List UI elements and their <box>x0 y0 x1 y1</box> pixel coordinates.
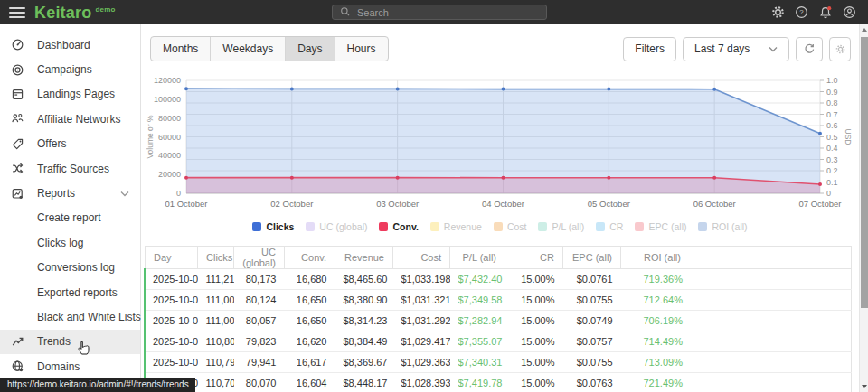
svg-text:60000: 60000 <box>158 133 181 142</box>
profile-avatar-icon[interactable] <box>843 5 856 19</box>
scrollbar-thumb[interactable] <box>861 37 868 308</box>
table-cell: 719.36% <box>621 269 852 290</box>
affiliates-icon <box>11 112 25 126</box>
table-cell: $8,380.90 <box>335 290 393 311</box>
main-scrollbar[interactable] <box>859 24 868 392</box>
search-input[interactable]: Search <box>332 5 547 20</box>
legend-item-epc-all[interactable]: EPC (all) <box>635 221 686 232</box>
svg-text:0: 0 <box>176 189 181 198</box>
sidebar-item-affiliate-networks[interactable]: Affiliate Networks <box>0 107 140 131</box>
trends-chart[interactable]: 02000040000600008000010000012000000.10.2… <box>144 68 859 216</box>
sidebar-item-label: Campaigns <box>37 63 92 76</box>
table-row[interactable]: 2025-10-01111,2180,17316,680$8,465.60$1,… <box>146 269 852 290</box>
table-cell: 721.49% <box>621 373 852 392</box>
table-cell: $8,314.23 <box>335 311 393 331</box>
svg-text:0.6: 0.6 <box>826 121 838 130</box>
table-row[interactable]: 2025-10-02111,0080,12416,650$8,380.90$1,… <box>146 290 852 311</box>
table-cell: 80,070 <box>234 373 285 392</box>
table-row[interactable]: 2025-10-06110,7080,07016,604$8,448.17$1,… <box>146 373 852 392</box>
column-header-uc-global[interactable]: UC (global) <box>234 247 285 269</box>
svg-text:05 October: 05 October <box>588 199 630 209</box>
table-cell: 713.09% <box>621 352 852 373</box>
svg-text:40000: 40000 <box>158 151 181 160</box>
sidebar-item-offers[interactable]: Offers <box>0 132 140 156</box>
legend-item-roi-all[interactable]: ROI (all) <box>698 221 747 232</box>
sidebar-item-create-report[interactable]: Create report <box>0 206 140 230</box>
table-row[interactable]: 2025-10-04110,8079,82316,620$8,384.49$1,… <box>146 331 852 352</box>
sidebar-item-exported-reports[interactable]: Exported reports <box>0 280 140 304</box>
menu-icon[interactable] <box>9 5 25 21</box>
campaigns-icon <box>11 63 25 77</box>
column-header-clicks[interactable]: Clicks <box>198 247 234 269</box>
legend-item-clicks[interactable]: Clicks <box>252 221 294 232</box>
table-cell: 2025-10-02 <box>146 290 198 311</box>
svg-text:06 October: 06 October <box>693 199 736 209</box>
svg-text:80000: 80000 <box>158 114 181 123</box>
sidebar-item-traffic-sources[interactable]: Traffic Sources <box>0 156 140 181</box>
trends-table: DayClicksUC (global)Conv.RevenueCostP/L … <box>144 246 852 392</box>
svg-text:Volume or %: Volume or % <box>146 115 155 159</box>
table-cell: $8,465.60 <box>335 269 393 290</box>
chart-settings-gear-icon[interactable] <box>829 37 851 61</box>
legend-item-conv[interactable]: Conv. <box>379 221 418 232</box>
svg-text:0.9: 0.9 <box>826 88 838 97</box>
filters-button[interactable]: Filters <box>623 37 676 61</box>
column-header-revenue[interactable]: Revenue <box>335 247 393 269</box>
scrollbar-up-arrow[interactable] <box>862 28 867 32</box>
sidebar-item-label: Domains <box>37 360 80 373</box>
table-cell: 80,124 <box>234 290 285 311</box>
table-cell: 80,173 <box>234 269 285 290</box>
column-header-day[interactable]: Day <box>146 247 198 269</box>
legend-label: Revenue <box>444 221 482 232</box>
legend-item-uc-global[interactable]: UC (global) <box>306 221 367 232</box>
scrollbar-down-arrow[interactable] <box>862 385 867 388</box>
legend-item-revenue[interactable]: Revenue <box>430 221 482 232</box>
sidebar-item-landings-pages[interactable]: Landings Pages <box>0 82 140 107</box>
sidebar-item-trends[interactable]: Trends <box>0 330 140 354</box>
sidebar-item-dashboard[interactable]: Dashboard <box>0 33 140 57</box>
table-row[interactable]: 2025-10-03111,0080,05716,650$8,314.23$1,… <box>146 311 852 331</box>
table-cell: 15.00% <box>505 290 563 311</box>
tab-hours[interactable]: Hours <box>335 37 388 61</box>
tab-weekdays[interactable]: Weekdays <box>211 37 286 61</box>
svg-text:0.1: 0.1 <box>826 178 838 187</box>
table-cell: 15.00% <box>505 269 563 290</box>
notifications-bell-icon[interactable] <box>818 5 833 20</box>
sidebar-item-reports[interactable]: Reports <box>0 181 140 205</box>
table-cell: 15.00% <box>505 331 563 352</box>
table-cell: $0.0755 <box>563 290 621 311</box>
legend-item-cr[interactable]: CR <box>596 221 623 232</box>
sidebar-item-campaigns[interactable]: Campaigns <box>0 57 140 81</box>
sidebar-item-black-and-white-lists[interactable]: Black and White Lists <box>0 304 140 329</box>
refresh-button[interactable] <box>796 37 823 61</box>
date-range-select[interactable]: Last 7 days <box>683 37 789 61</box>
legend-swatch <box>252 222 261 231</box>
svg-text:1.0: 1.0 <box>826 76 838 85</box>
sidebar-item-label: Trends <box>37 335 71 348</box>
sidebar-item-domains[interactable]: Domains <box>0 354 140 378</box>
legend-item-cost[interactable]: Cost <box>494 221 527 232</box>
table-cell: 2025-10-01 <box>146 269 198 290</box>
table-cell: $0.0757 <box>563 331 621 352</box>
column-header-conv[interactable]: Conv. <box>285 247 335 269</box>
settings-gear-icon[interactable] <box>771 5 785 19</box>
app-logo[interactable]: Keitarodemo <box>34 5 116 21</box>
sidebar-item-label: Offers <box>37 137 66 150</box>
column-header-roi-all[interactable]: ROI (all) <box>621 247 852 269</box>
legend-item-p-l-all[interactable]: P/L (all) <box>538 221 584 232</box>
tab-days[interactable]: Days <box>286 37 335 61</box>
table-cell: 2025-10-03 <box>146 311 198 331</box>
sidebar-item-clicks-log[interactable]: Clicks log <box>0 230 140 255</box>
svg-text:USD: USD <box>844 129 853 145</box>
column-header-cr[interactable]: CR <box>505 247 563 269</box>
help-icon[interactable]: ? <box>795 5 808 19</box>
table-cell: $0.0763 <box>563 373 621 392</box>
svg-text:0.8: 0.8 <box>826 98 838 107</box>
column-header-epc-all[interactable]: EPC (all) <box>563 247 621 269</box>
tab-months[interactable]: Months <box>151 37 211 61</box>
sidebar-item-conversions-log[interactable]: Conversions log <box>0 256 140 280</box>
column-header-cost[interactable]: Cost <box>393 247 450 269</box>
table-row[interactable]: 2025-10-05110,7979,94116,617$8,369.67$1,… <box>146 352 852 373</box>
column-header-p-l-all[interactable]: P/L (all) <box>450 247 505 269</box>
sidebar-item-label: Affiliate Networks <box>37 113 120 126</box>
